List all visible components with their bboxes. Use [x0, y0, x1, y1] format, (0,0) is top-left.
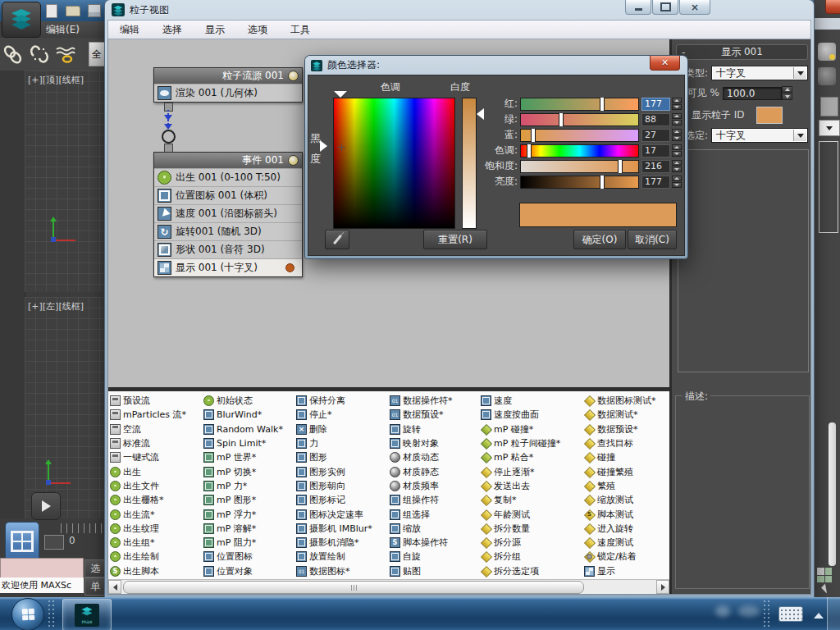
- depot-operator[interactable]: 显示: [582, 564, 668, 578]
- depot-operator[interactable]: 脚本测试: [582, 507, 668, 521]
- depot-operator[interactable]: 拆分数量: [479, 522, 582, 536]
- depot-operator[interactable]: 停止*: [294, 408, 388, 422]
- depot-operator[interactable]: 力: [294, 436, 388, 450]
- panel-scrollbar[interactable]: [829, 422, 836, 566]
- unlink-selection-icon[interactable]: [26, 40, 52, 68]
- new-file-icon[interactable]: [43, 3, 61, 18]
- depot-operator[interactable]: 数据测试*: [582, 408, 668, 422]
- menu-item[interactable]: 编辑: [108, 23, 151, 37]
- tray-icon-blurred[interactable]: [738, 605, 760, 617]
- lightbulb-icon[interactable]: [288, 71, 299, 81]
- operator-row[interactable]: 旋转001 (随机 3D): [154, 222, 302, 240]
- color-crosshair-icon[interactable]: [338, 144, 345, 151]
- depot-horizontal-scrollbar[interactable]: [108, 579, 669, 594]
- depot-operator[interactable]: 出生流*: [108, 507, 202, 521]
- depot-operator[interactable]: 一键式流: [108, 450, 202, 464]
- depot-operator[interactable]: mP 图形*: [202, 493, 294, 507]
- viewport-top-label[interactable]: [+][顶][线框]: [28, 74, 84, 86]
- slider-marker[interactable]: [559, 113, 564, 126]
- depot-operator[interactable]: 数据预设*: [582, 422, 668, 436]
- depot-operator[interactable]: Spin Limit*: [202, 436, 294, 450]
- tray-icon-blurred[interactable]: [715, 605, 730, 617]
- track-bar-icon[interactable]: [44, 535, 64, 550]
- slider-track[interactable]: [520, 98, 639, 111]
- depot-operator[interactable]: 摄影机消隐*: [294, 536, 388, 550]
- depot-operator[interactable]: 出生脚本: [108, 564, 202, 578]
- depot-operator[interactable]: mP 溶解*: [202, 522, 294, 536]
- depot-operator[interactable]: 拆分源: [479, 536, 582, 550]
- play-animation-button[interactable]: [31, 492, 61, 520]
- depot-operator[interactable]: 速度: [479, 394, 582, 408]
- slider-marker[interactable]: [527, 144, 532, 158]
- depot-operator[interactable]: 数据操作符*: [388, 394, 479, 408]
- depot-operator[interactable]: Random Walk*: [202, 422, 294, 436]
- depot-operator[interactable]: 进入旋转: [582, 522, 668, 536]
- depot-operator[interactable]: 停止逐渐*: [479, 464, 582, 478]
- show-desktop-button[interactable]: [827, 597, 840, 630]
- visible-percent-field[interactable]: 100.0: [723, 87, 782, 100]
- start-button[interactable]: [11, 598, 44, 630]
- depot-operator[interactable]: 繁殖: [582, 479, 668, 493]
- slider-value-field[interactable]: 27: [641, 129, 670, 142]
- depot-operator[interactable]: 删除: [294, 422, 388, 436]
- event-node[interactable]: 事件 001 出生 001 (0-100 T:50) 位置图标 001 (体积): [153, 152, 303, 277]
- depot-operator[interactable]: 放置绘制: [294, 550, 388, 564]
- depot-operator[interactable]: 复制*: [479, 493, 582, 507]
- scrollbar-thumb[interactable]: [123, 581, 584, 594]
- slider-track[interactable]: [520, 176, 639, 189]
- slider-spinner[interactable]: [672, 176, 682, 188]
- depot-operator[interactable]: 保持分离: [294, 394, 388, 408]
- depot-operator[interactable]: 发送出去: [479, 479, 582, 493]
- minimize-button[interactable]: [625, 0, 651, 15]
- depot-operator[interactable]: 映射对象: [388, 436, 479, 450]
- depot-operator[interactable]: 组操作符: [388, 493, 479, 507]
- snap-cubes-icon[interactable]: [817, 568, 832, 582]
- chevron-down-icon[interactable]: [793, 67, 806, 79]
- menu-item[interactable]: 工具: [279, 23, 322, 37]
- depot-operator[interactable]: 摄影机 IMBlur*: [294, 522, 388, 536]
- scroll-left-button[interactable]: [108, 580, 121, 594]
- operator-row[interactable]: 位置图标 001 (体积): [154, 186, 302, 204]
- maxscript-listener-pink[interactable]: [0, 558, 84, 578]
- depot-operator[interactable]: 年龄测试: [479, 507, 582, 521]
- operator-row[interactable]: 出生 001 (0-100 T:50): [154, 168, 302, 186]
- event-node-header[interactable]: 事件 001: [154, 153, 302, 168]
- dialog-titlebar[interactable]: 颜色选择器: ✕: [305, 56, 687, 75]
- viewport-left[interactable]: [+][左][线框]: [25, 297, 105, 518]
- depot-operator[interactable]: 出生: [108, 464, 202, 478]
- depot-operator[interactable]: 图形: [294, 450, 388, 464]
- select-and-link-icon[interactable]: [0, 40, 26, 68]
- depot-operator[interactable]: 位置图标: [202, 550, 294, 564]
- depot-operator[interactable]: 出生绘制: [108, 550, 202, 564]
- main-menu-edit[interactable]: 编辑(E): [41, 23, 80, 37]
- depot-operator[interactable]: mP 阻力*: [202, 536, 294, 550]
- depot-operator[interactable]: mP 力*: [202, 479, 294, 493]
- depot-operator[interactable]: 数据预设*: [388, 408, 479, 422]
- operator-row[interactable]: 渲染 001 (几何体): [154, 84, 302, 102]
- depot-operator[interactable]: 位置对象: [202, 564, 294, 578]
- blackness-marker-icon[interactable]: [320, 140, 327, 152]
- depot-operator[interactable]: 出生栅格*: [108, 493, 202, 507]
- depot-operator[interactable]: mP 粒子间碰撞*: [479, 436, 582, 450]
- slider-track[interactable]: [520, 160, 639, 173]
- depot-operator[interactable]: 出生文件: [108, 479, 202, 493]
- lightbulb-icon[interactable]: [288, 155, 299, 166]
- type-dropdown[interactable]: 十字叉: [711, 66, 808, 80]
- operator-color-dot[interactable]: [285, 263, 294, 272]
- main-close-button[interactable]: [825, 0, 840, 14]
- slider-marker[interactable]: [531, 129, 536, 142]
- operator-row[interactable]: 显示 001 (十字叉): [154, 258, 302, 276]
- depot-operator[interactable]: mP 碰撞*: [479, 422, 582, 436]
- display-rollout-header[interactable]: - 显示 001: [676, 44, 808, 60]
- slider-marker[interactable]: [600, 98, 605, 111]
- depot-operator[interactable]: 碰撞繁殖: [582, 464, 668, 478]
- show-hidden-icons-button[interactable]: [814, 613, 824, 619]
- track-bar-ruler[interactable]: [61, 523, 105, 533]
- visible-spinner[interactable]: [782, 86, 792, 100]
- slider-spinner[interactable]: [672, 160, 682, 172]
- depot-operator[interactable]: 图标决定速率: [294, 507, 388, 521]
- operator-row[interactable]: 速度 001 (沿图标箭头): [154, 204, 302, 222]
- depot-operator[interactable]: 出生纹理: [108, 522, 202, 536]
- close-button[interactable]: ×: [679, 0, 710, 15]
- panel-dropdown-partial[interactable]: [819, 120, 840, 136]
